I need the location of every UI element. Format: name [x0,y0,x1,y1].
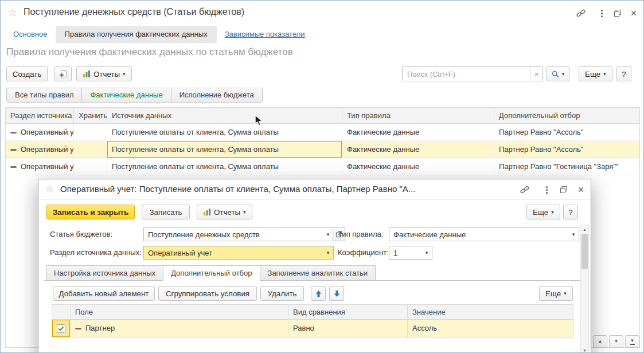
cell-data-source[interactable]: Поступление оплаты от клиента, Сумма опл… [107,158,342,175]
cell-source-section[interactable]: Оперативный учет [6,141,74,158]
filter-all-rule-types[interactable]: Все типы правил [6,88,82,103]
cell-rule-type[interactable]: Фактические данные [342,141,494,158]
cell-field[interactable]: Партнер [71,320,288,337]
col-keep[interactable]: Хранить [74,108,107,124]
caret-down-icon: ▾ [603,71,606,77]
move-down-button[interactable] [329,286,344,301]
scroll-to-end-button[interactable]: ▼ [625,335,639,348]
create-by-copying-button[interactable] [54,66,72,81]
rule-type-filter: Все типы правил Фактические данные Испол… [6,88,263,103]
more-menu-icon[interactable] [541,184,552,195]
page-title: Правила получения фактических данных по … [6,46,293,58]
col-extra-filter[interactable]: Дополнительный отбор [494,108,639,124]
tab-dependent-indicators[interactable]: Зависимые показатели [225,26,305,43]
scrollbar-down-icon[interactable]: ▼ [581,346,588,353]
more-button[interactable]: Еще ▾ [579,66,612,81]
dialog-help-button[interactable]: ? [563,205,578,219]
favorite-star-icon[interactable]: ☆ [8,6,17,19]
rule-type-input[interactable] [389,230,568,239]
caret-down-icon: ▾ [551,209,554,215]
tab-source-settings[interactable]: Настройка источника данных [46,265,163,281]
scrollbar-thumb[interactable] [581,234,588,269]
cell-use[interactable] [52,320,71,337]
kebab-dots-icon [601,10,603,17]
restore-window-icon[interactable] [612,7,623,19]
dialog-reports-button[interactable]: Отчеты ▾ [197,205,252,219]
cell-value[interactable]: Ассоль [408,320,574,337]
cell-keep[interactable] [74,141,107,158]
bar-chart-icon [83,70,91,78]
scroll-up-button[interactable]: ▲ [593,335,607,348]
cell-keep[interactable] [74,124,107,141]
rule-type-dropdown-icon[interactable]: ▾ [568,228,579,241]
filter-more-button[interactable]: Еще ▾ [539,286,573,301]
restore-window-icon[interactable] [558,184,569,195]
get-link-icon[interactable] [575,7,587,19]
tab-main[interactable]: Основное [13,26,48,43]
cell-keep[interactable] [74,158,107,175]
filter-fact-data[interactable]: Фактические данные [81,88,171,103]
use-checkbox[interactable] [57,324,65,333]
favorite-star-icon[interactable]: ☆ [45,183,53,194]
cell-source-section[interactable]: Оперативный учет [6,124,74,141]
scroll-down-button[interactable]: ▼ [609,335,623,348]
create-button[interactable]: Создать [6,66,48,81]
caret-down-icon: ▾ [562,71,565,77]
filter-table-header: Поле Вид сравнения Значение [52,305,573,320]
table-row-selected: Оперативный учет Поступление оплаты от к… [6,141,639,158]
get-link-icon[interactable] [519,184,530,195]
cell-source-section[interactable]: Оперативный учет [6,158,74,175]
cell-data-source[interactable]: Поступление оплаты от клиента, Сумма опл… [107,124,342,141]
search-clear-icon[interactable]: × [530,67,542,81]
search-icon [552,70,559,78]
close-dialog-icon[interactable]: × [575,184,587,195]
budget-item-field: ▾ [143,228,334,241]
cell-extra-filter[interactable]: Партнер Равно "Гостиница "Заря"" [494,158,639,175]
source-section-dropdown-icon[interactable]: ▾ [323,246,333,259]
save-and-close-button[interactable]: Записать и закрыть [46,205,135,219]
source-section-input[interactable] [144,249,323,257]
cell-rule-type[interactable]: Фактические данные [342,124,494,141]
cell-extra-filter[interactable]: Партнер Равно "Ассоль" [494,124,639,141]
budget-item-label: Статья бюджетов: [50,228,112,241]
filter-budget-execution[interactable]: Исполнение бюджета [171,88,263,103]
cell-comparison[interactable]: Равно [288,320,408,337]
col-value[interactable]: Значение [408,305,574,320]
tab-extra-filter[interactable]: Дополнительный отбор [163,265,260,281]
delete-button[interactable]: Удалить [260,286,304,301]
coefficient-input[interactable] [389,249,421,257]
cell-rule-type[interactable]: Фактические данные [342,158,494,175]
add-element-button[interactable]: Добавить новый элемент [53,286,155,301]
more-menu-icon[interactable] [596,7,607,19]
group-conditions-button[interactable]: Сгруппировать условия [158,286,257,301]
search-input[interactable] [403,67,530,81]
budget-item-dropdown-icon[interactable]: ▾ [323,228,333,241]
move-up-button[interactable] [311,286,326,301]
tab-analytics-fill[interactable]: Заполнение аналитик статьи [260,265,376,281]
budget-item-input[interactable] [144,230,323,239]
dialog-scrollbar[interactable]: ▲ ▼ [580,225,589,353]
dialog-tabs: Настройка источника данных Дополнительны… [46,265,376,281]
reports-button[interactable]: Отчеты ▾ [76,66,132,81]
col-source-section[interactable]: Раздел источника данн... [6,108,74,124]
col-data-source[interactable]: Источник данных [107,108,342,124]
coefficient-label: Коэффициент: [338,246,389,260]
help-button[interactable]: ? [616,66,631,81]
window-titlebar: ☆ Поступление денежных средств (Статьи б… [1,1,643,26]
tab-fact-rules[interactable]: Правила получения фактических данных [56,26,217,43]
search-options-button[interactable]: ▾ [547,66,569,81]
cell-data-source-active[interactable]: Поступление оплаты от клиента, Сумма опл… [107,141,342,158]
col-field[interactable]: Поле [71,305,288,320]
dialog-more-button[interactable]: Еще ▾ [526,205,560,219]
cell-extra-filter[interactable]: Партнер Равно "Ассоль" [494,141,639,158]
table-row: Оперативный учет Поступление оплаты от к… [6,124,639,141]
rule-edit-dialog: ☆ Оперативный учет: Поступление оплаты о… [38,179,591,353]
col-comparison[interactable]: Вид сравнения [288,305,408,320]
col-rule-type[interactable]: Тип правила [342,108,494,124]
close-window-icon[interactable]: × [628,7,639,19]
coefficient-dropdown-icon[interactable]: ▾ [421,246,432,259]
scrollbar-up-icon[interactable]: ▲ [581,225,588,233]
col-use-checkbox[interactable] [52,305,71,320]
save-button[interactable]: Записать [142,205,190,219]
rule-type-label: Тип правила: [338,228,383,241]
